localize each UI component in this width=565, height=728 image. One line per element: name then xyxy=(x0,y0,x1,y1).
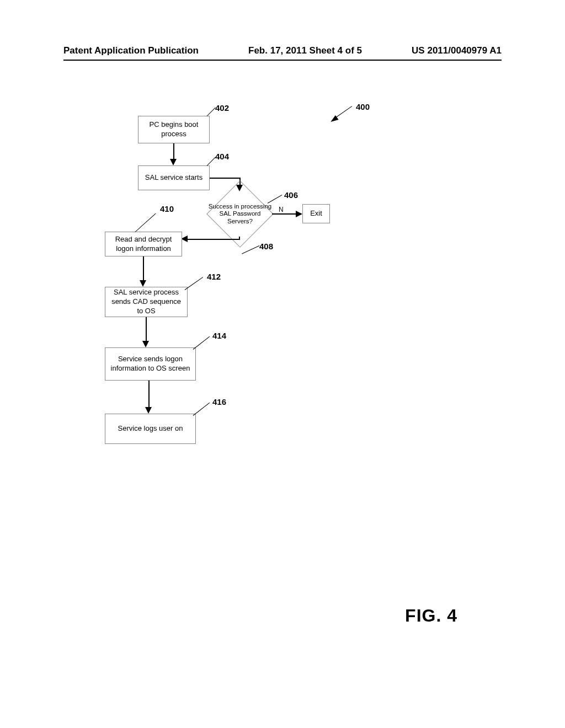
box-logs-on: Service logs user on xyxy=(105,414,196,444)
header-rule xyxy=(63,60,502,61)
box-text: Service sends logon information to OS sc… xyxy=(109,355,192,373)
flowchart: PC begins boot process 402 400 SAL servi… xyxy=(94,97,480,494)
arrow-head xyxy=(170,159,177,165)
box-text: Service logs user on xyxy=(118,424,183,433)
box-exit: Exit xyxy=(302,204,330,223)
header-center: Feb. 17, 2011 Sheet 4 of 5 xyxy=(248,45,362,56)
leader-416 xyxy=(193,403,210,416)
box-pc-boot: PC begins boot process xyxy=(138,116,210,143)
ref-404: 404 xyxy=(215,152,229,161)
box-send-cad: SAL service process sends CAD sequence t… xyxy=(105,287,188,317)
ref-416: 416 xyxy=(212,397,226,406)
page-header: Patent Application Publication Feb. 17, … xyxy=(63,45,502,56)
arrow-head xyxy=(296,211,302,217)
figure-label: FIG. 4 xyxy=(405,606,457,626)
header-left: Patent Application Publication xyxy=(63,45,199,56)
box-text: PC begins boot process xyxy=(142,120,206,139)
arrow-line xyxy=(146,317,147,342)
arrow-line xyxy=(210,178,240,179)
ref-414: 414 xyxy=(212,331,226,340)
box-read-decrypt: Read and decrypt logon information xyxy=(105,232,182,256)
header-right: US 2011/0040979 A1 xyxy=(412,45,502,56)
box-text: SAL service process sends CAD sequence t… xyxy=(109,288,184,316)
arrow-head xyxy=(145,407,152,414)
arrow-head xyxy=(142,341,149,347)
ref-408: 408 xyxy=(259,242,273,251)
arrow-head xyxy=(140,280,146,287)
arrow-line xyxy=(209,239,240,240)
diamond-text: Success in processing SAL Password Serve… xyxy=(207,203,273,225)
box-text: Read and decrypt logon information xyxy=(109,235,178,254)
ref-406: 406 xyxy=(284,190,298,200)
arrow-line xyxy=(173,143,174,160)
arrow-line xyxy=(186,239,210,240)
arrow-line xyxy=(143,256,144,281)
box-send-logon: Service sends logon information to OS sc… xyxy=(105,347,196,381)
leader-410 xyxy=(135,213,156,232)
leader-402 xyxy=(207,108,216,116)
ref-412: 412 xyxy=(207,272,221,281)
box-sal-starts: SAL service starts xyxy=(138,165,210,190)
leader-412 xyxy=(185,277,203,290)
box-text: SAL service starts xyxy=(145,173,202,183)
ref-402: 402 xyxy=(215,103,229,113)
leader-414 xyxy=(193,336,210,350)
arrow-line xyxy=(148,381,150,408)
ref-400: 400 xyxy=(356,102,370,111)
box-text: Exit xyxy=(310,209,322,218)
edge-n: N xyxy=(279,206,284,213)
arrow-line xyxy=(272,213,297,215)
leader-408 xyxy=(242,245,259,254)
ref-410: 410 xyxy=(160,204,174,213)
decision-sal-password: Success in processing SAL Password Serve… xyxy=(207,189,273,239)
leader-404 xyxy=(207,157,216,166)
